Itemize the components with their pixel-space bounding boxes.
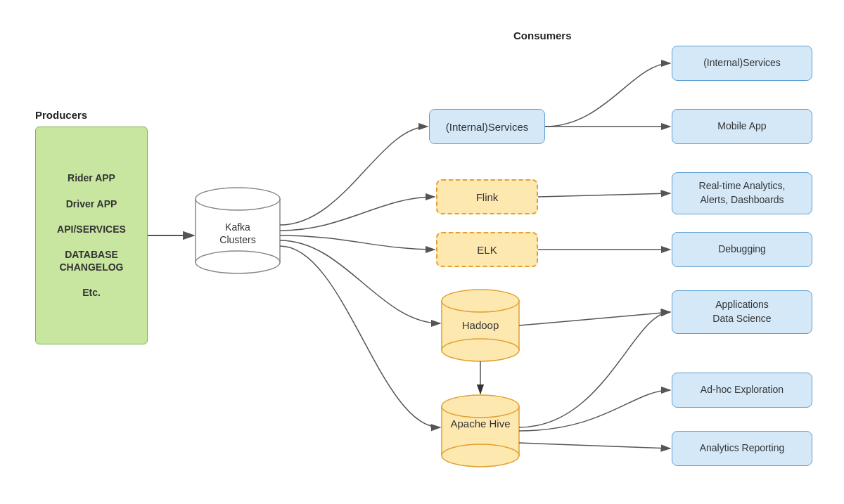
producer-item-api: API/SERVICES xyxy=(57,223,126,235)
diagram: Producers Rider APP Driver APP API/SERVI… xyxy=(0,0,844,504)
consumer-adhoc: Ad-hoc Exploration xyxy=(672,373,812,408)
svg-point-3 xyxy=(196,188,280,210)
producers-box: Rider APP Driver APP API/SERVICES DATABA… xyxy=(35,127,148,344)
consumer-analytics-reporting: Analytics Reporting xyxy=(672,431,812,466)
svg-point-11 xyxy=(442,395,519,418)
svg-point-13 xyxy=(442,396,518,417)
hadoop-label: Hadoop xyxy=(462,319,499,331)
svg-line-16 xyxy=(538,193,670,197)
elk-node: ELK xyxy=(436,232,538,267)
producer-item-rider: Rider APP xyxy=(68,172,115,184)
consumers-label: Consumers xyxy=(513,30,572,41)
kafka-clusters-label: Clusters xyxy=(219,234,255,245)
svg-rect-2 xyxy=(196,199,280,262)
producer-item-driver: Driver APP xyxy=(66,198,117,210)
consumer-internal-services: (Internal)Services xyxy=(672,46,812,81)
consumer-realtime: Real-time Analytics,Alerts, Dashboards xyxy=(672,172,812,214)
svg-line-19 xyxy=(519,443,670,448)
svg-point-9 xyxy=(442,290,518,311)
svg-point-7 xyxy=(442,290,519,312)
apache-hive-label: Apache Hive xyxy=(450,418,510,429)
svg-point-12 xyxy=(442,444,519,467)
consumer-mobile-app: Mobile App xyxy=(672,109,812,144)
flink-node: Flink xyxy=(436,179,538,214)
svg-point-8 xyxy=(442,339,519,361)
producers-label: Producers xyxy=(35,109,87,121)
svg-rect-10 xyxy=(442,406,519,455)
svg-rect-6 xyxy=(442,301,519,350)
kafka-label: Kafka xyxy=(225,221,250,233)
consumer-app-data-science: ApplicationsData Science xyxy=(672,290,812,334)
svg-point-5 xyxy=(196,188,279,209)
producer-item-etc: Etc. xyxy=(82,286,101,299)
internal-services-node: (Internal)Services xyxy=(429,109,545,144)
svg-point-4 xyxy=(196,251,280,273)
svg-line-18 xyxy=(519,312,670,325)
consumer-debugging: Debugging xyxy=(672,232,812,267)
producer-item-db: DATABASECHANGELOG xyxy=(60,248,124,273)
